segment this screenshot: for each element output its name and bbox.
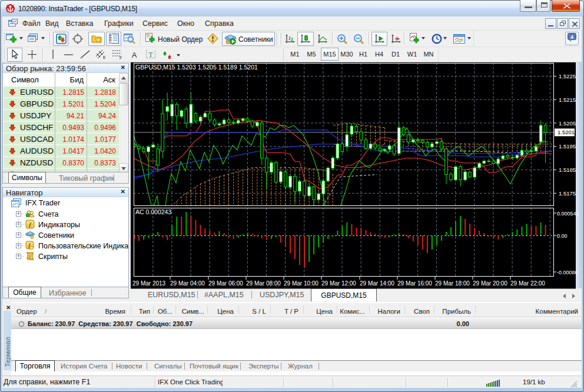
svg-text:1.5175: 1.5175 [559, 190, 576, 197]
svg-text:29 Mar 20:00: 29 Mar 20:00 [473, 280, 507, 287]
svg-text:4: 4 [570, 34, 573, 40]
svg-text:T: T [148, 51, 153, 59]
svg-text:1.5195: 1.5195 [559, 143, 576, 150]
svg-text:1.5215: 1.5215 [559, 97, 576, 103]
svg-text:E: E [103, 55, 106, 59]
svg-text:29 Mar 10:00: 29 Mar 10:00 [284, 280, 318, 287]
svg-text:GBPUSD,M15 1.5203 1.5205 1.51: GBPUSD,M15 1.5203 1.5205 1.5189 1.5201 [135, 64, 258, 71]
svg-text:1.5185: 1.5185 [559, 167, 576, 173]
svg-text:-0.00086: -0.00086 [557, 270, 578, 275]
svg-text:AC 0.000243: AC 0.000243 [135, 208, 171, 215]
svg-text:1.5205: 1.5205 [559, 120, 576, 127]
svg-text:1.5201: 1.5201 [558, 129, 575, 135]
svg-text:0.000541: 0.000541 [557, 211, 579, 217]
svg-text:29 Mar 16:00: 29 Mar 16:00 [397, 280, 432, 287]
svg-text:29 Mar 14:00: 29 Mar 14:00 [360, 280, 394, 287]
svg-text:29 Mar 06:00: 29 Mar 06:00 [208, 280, 243, 287]
svg-text:F: F [120, 56, 122, 60]
svg-text:29 Mar 18:00: 29 Mar 18:00 [435, 280, 470, 287]
svg-text:29 Mar 08:00: 29 Mar 08:00 [246, 280, 281, 287]
svg-text:29 Mar 04:00: 29 Mar 04:00 [170, 280, 205, 287]
svg-text:29 Mar 12:00: 29 Mar 12:00 [321, 280, 356, 287]
svg-text:1.5225: 1.5225 [559, 73, 576, 79]
svg-text:0.00: 0.00 [557, 233, 568, 239]
svg-text:29 Mar 2013: 29 Mar 2013 [132, 280, 166, 287]
svg-text:29 Mar 22:00: 29 Mar 22:00 [510, 280, 545, 287]
